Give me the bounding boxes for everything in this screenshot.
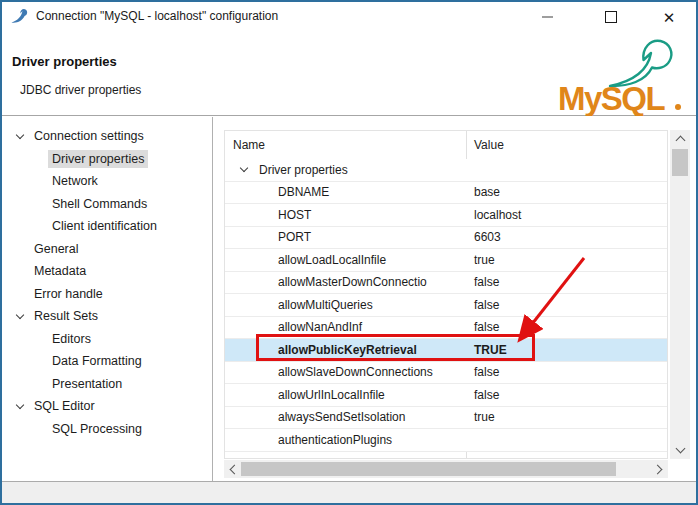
mysql-logo: MySQL <box>538 34 690 116</box>
tree-item-label: Metadata <box>30 262 90 280</box>
property-row-allowpublickeyretrieval[interactable]: allowPublicKeyRetrievalTRUE <box>225 339 667 362</box>
scroll-right-button[interactable] <box>650 460 668 478</box>
property-name-cell: Driver properties <box>225 163 466 177</box>
chevron-down-icon[interactable] <box>240 164 248 172</box>
property-name-cell: allowSlaveDownConnections <box>225 365 466 379</box>
sidebar-item-error-handle[interactable]: Error handle <box>2 283 212 306</box>
property-row-alwayssendsetisolation[interactable]: alwaysSendSetIsolationtrue <box>225 407 667 430</box>
page-title: Driver properties <box>12 54 117 69</box>
connection-configuration-dialog: Connection "MySQL - localhost" configura… <box>0 0 698 505</box>
scroll-up-button[interactable] <box>670 130 690 148</box>
property-row-allowloadlocalinfile[interactable]: allowLoadLocalInfiletrue <box>225 249 667 272</box>
property-name-cell: DBNAME <box>225 185 466 199</box>
property-row-allowslavedownconnections[interactable]: allowSlaveDownConnectionsfalse <box>225 362 667 385</box>
content-area: Connection settingsDriver propertiesNetw… <box>2 117 696 483</box>
maximize-button[interactable] <box>594 2 628 32</box>
minimize-icon <box>542 16 553 18</box>
sidebar-item-metadata[interactable]: Metadata <box>2 260 212 283</box>
close-icon: ✕ <box>663 10 676 25</box>
property-value-cell[interactable]: 6603 <box>466 230 667 244</box>
scroll-left-button[interactable] <box>224 460 242 478</box>
table-rows: Driver propertiesDBNAMEbaseHOSTlocalhost… <box>225 159 667 452</box>
vertical-scrollbar[interactable] <box>670 130 690 459</box>
minimize-button[interactable] <box>530 2 564 32</box>
page-subtitle: JDBC driver properties <box>20 83 141 97</box>
property-value-cell[interactable]: false <box>466 298 667 312</box>
sidebar-item-result-sets[interactable]: Result Sets <box>2 305 212 328</box>
property-row-host[interactable]: HOSTlocalhost <box>225 204 667 227</box>
property-name-cell: PORT <box>225 230 466 244</box>
property-group-row[interactable]: Driver properties <box>225 159 667 182</box>
tree-expander[interactable] <box>10 315 30 318</box>
sidebar-item-driver-properties[interactable]: Driver properties <box>2 148 212 171</box>
properties-table: Name Value Driver propertiesDBNAMEbaseHO… <box>224 130 668 459</box>
property-value-cell[interactable]: localhost <box>466 208 667 222</box>
chevron-down-icon <box>16 131 24 139</box>
chevron-down-icon <box>16 311 24 319</box>
property-row-allowmasterdownconnectio[interactable]: allowMasterDownConnectiofalse <box>225 272 667 295</box>
property-row-authenticationplugins[interactable]: authenticationPlugins <box>225 429 667 452</box>
property-row-allowmultiqueries[interactable]: allowMultiQueriesfalse <box>225 294 667 317</box>
property-value-cell[interactable]: false <box>466 365 667 379</box>
tree-item-label: General <box>30 240 82 258</box>
property-row-allowurlinlocalinfile[interactable]: allowUrlInLocalInfilefalse <box>225 384 667 407</box>
tree-item-label: SQL Processing <box>48 420 146 438</box>
tree-item-label: Client identification <box>48 217 161 235</box>
horizontal-scroll-thumb[interactable] <box>241 462 616 476</box>
chevron-right-icon <box>653 464 663 474</box>
property-name-cell: allowMasterDownConnectio <box>225 275 466 289</box>
sidebar-item-network[interactable]: Network <box>2 170 212 193</box>
property-name-cell: allowMultiQueries <box>225 298 466 312</box>
property-value-cell[interactable]: true <box>466 253 667 267</box>
close-button[interactable]: ✕ <box>652 2 686 32</box>
table-header-row: Name Value <box>225 131 667 159</box>
property-name-cell: allowLoadLocalInfile <box>225 253 466 267</box>
tree-item-label: Result Sets <box>30 307 102 325</box>
sidebar-item-sql-processing[interactable]: SQL Processing <box>2 418 212 441</box>
sidebar-item-shell-commands[interactable]: Shell Commands <box>2 193 212 216</box>
chevron-left-icon <box>230 464 240 474</box>
sidebar-item-general[interactable]: General <box>2 238 212 261</box>
tree-expander[interactable] <box>10 405 30 408</box>
tree-item-label: Data Formatting <box>48 352 146 370</box>
sidebar-item-presentation[interactable]: Presentation <box>2 373 212 396</box>
property-value-cell[interactable]: TRUE <box>466 343 667 357</box>
property-name-cell: alwaysSendSetIsolation <box>225 410 466 424</box>
titlebar: Connection "MySQL - localhost" configura… <box>2 2 696 32</box>
property-row-port[interactable]: PORT6603 <box>225 227 667 250</box>
sidebar-item-client-identification[interactable]: Client identification <box>2 215 212 238</box>
group-label: Driver properties <box>259 163 348 177</box>
page-header: Driver properties JDBC driver properties… <box>2 32 696 116</box>
sidebar-item-data-formatting[interactable]: Data Formatting <box>2 350 212 373</box>
property-value-cell[interactable]: true <box>466 410 667 424</box>
tree-item-label: SQL Editor <box>30 397 99 415</box>
settings-tree: Connection settingsDriver propertiesNetw… <box>2 117 213 483</box>
property-row-dbname[interactable]: DBNAMEbase <box>225 182 667 205</box>
property-row-allownanandinf[interactable]: allowNanAndInffalse <box>225 317 667 340</box>
column-header-name[interactable]: Name <box>225 138 466 152</box>
tree-item-label: Presentation <box>48 375 126 393</box>
property-value-cell[interactable]: false <box>466 320 667 334</box>
sidebar-item-sql-editor[interactable]: SQL Editor <box>2 395 212 418</box>
tree-item-label: Driver properties <box>48 150 148 168</box>
chevron-up-icon <box>675 136 685 146</box>
tree-item-label: Connection settings <box>30 127 148 145</box>
horizontal-scrollbar[interactable] <box>224 460 668 478</box>
window-title: Connection "MySQL - localhost" configura… <box>36 9 278 23</box>
mysql-logo-wordmark: MySQL <box>558 80 666 116</box>
property-name-cell: HOST <box>225 208 466 222</box>
property-name-cell: allowPublicKeyRetrieval <box>225 343 466 357</box>
sidebar-item-connection-settings[interactable]: Connection settings <box>2 125 212 148</box>
column-header-value[interactable]: Value <box>466 138 504 152</box>
tree-item-label: Error handle <box>30 285 107 303</box>
sidebar-item-editors[interactable]: Editors <box>2 328 212 351</box>
scroll-down-button[interactable] <box>670 441 690 459</box>
property-value-cell[interactable]: false <box>466 388 667 402</box>
tree-expander[interactable] <box>10 135 30 138</box>
property-value-cell[interactable]: base <box>466 185 667 199</box>
property-value-cell[interactable]: false <box>466 275 667 289</box>
vertical-scroll-thumb[interactable] <box>672 149 688 176</box>
properties-grid: Name Value Driver propertiesDBNAMEbaseHO… <box>224 130 690 478</box>
tree-item-label: Shell Commands <box>48 195 151 213</box>
driver-properties-panel: Name Value Driver propertiesDBNAMEbaseHO… <box>214 117 696 483</box>
